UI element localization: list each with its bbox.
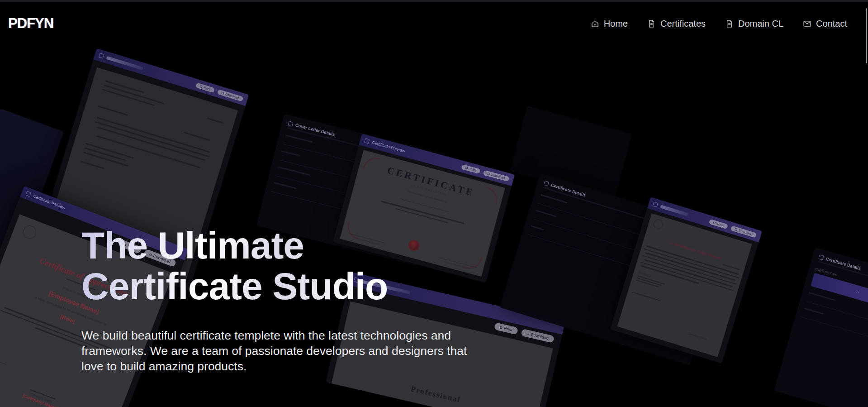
- download-icon: [526, 332, 529, 335]
- scrollbar-thumb[interactable]: [866, 8, 867, 63]
- download-icon: [487, 172, 490, 175]
- site-header: PDFYN Home Certificates: [0, 2, 868, 45]
- details-icon: [818, 254, 824, 260]
- main-nav: Home Certificates Domain CL: [590, 19, 847, 29]
- download-button: Download: [217, 89, 244, 102]
- window-title-smear: [660, 205, 688, 216]
- window-title: Certificate Preview: [371, 140, 405, 153]
- window-icon: [25, 191, 31, 197]
- hero-title-line2: Certificate Studio: [81, 266, 467, 306]
- details-icon: [288, 121, 293, 126]
- window-icon: [653, 202, 658, 207]
- print-button: Print: [494, 322, 518, 335]
- window-title-smear: [106, 56, 143, 70]
- nav-label: Home: [604, 19, 628, 29]
- print-button: Print: [461, 164, 481, 173]
- landing-page: Print Download Cover Letter Details: [0, 0, 868, 407]
- details-icon: [544, 180, 549, 186]
- browser-top-strip: [0, 0, 868, 2]
- signature-left: [0, 350, 6, 369]
- nav-item-contact[interactable]: Contact: [802, 19, 847, 29]
- logo[interactable]: PDFYN: [8, 15, 53, 32]
- hero-title-line1: The Ultimate: [81, 225, 467, 266]
- download-button: Download: [730, 225, 757, 238]
- nav-item-certificates[interactable]: Certificates: [647, 19, 706, 29]
- printer-icon: [200, 85, 203, 88]
- mail-icon: [802, 19, 812, 29]
- hero-section: The Ultimate Certificate Studio We build…: [81, 225, 467, 374]
- home-icon: [590, 19, 600, 29]
- nav-item-home[interactable]: Home: [590, 19, 628, 29]
- window-icon: [99, 53, 104, 58]
- certificate-icon: [647, 19, 656, 29]
- nav-label: Contact: [816, 19, 847, 29]
- company-block: Company Name [Company Name]: [22, 388, 61, 407]
- download-icon: [221, 91, 224, 94]
- window-icon: [364, 138, 370, 144]
- hero-description-line: We build beautiful certificate templete …: [81, 328, 467, 343]
- download-icon: [735, 228, 737, 230]
- logo-ring: [652, 218, 664, 230]
- hero-description-line: frameworks. We are a team of passionate …: [81, 343, 467, 359]
- hero-description-line: love to build amazing products.: [81, 359, 467, 374]
- nav-label: Certificates: [660, 19, 706, 29]
- logo-ring: [21, 223, 38, 241]
- download-button: Download: [483, 170, 510, 182]
- printer-icon: [713, 221, 716, 224]
- print-button: Print: [709, 219, 728, 229]
- hero-description: We build beautiful certificate templete …: [81, 328, 467, 374]
- company-label: Company Name: [688, 332, 707, 340]
- nav-label: Domain CL: [738, 19, 783, 29]
- printer-icon: [465, 167, 468, 169]
- printer-icon: [500, 326, 503, 329]
- nav-item-domain-cl[interactable]: Domain CL: [725, 19, 783, 29]
- document-icon: [725, 19, 734, 29]
- bg-card-certificate-form: Certificate Details Certificate Type 〰: [774, 247, 868, 407]
- print-button: Print: [196, 82, 215, 93]
